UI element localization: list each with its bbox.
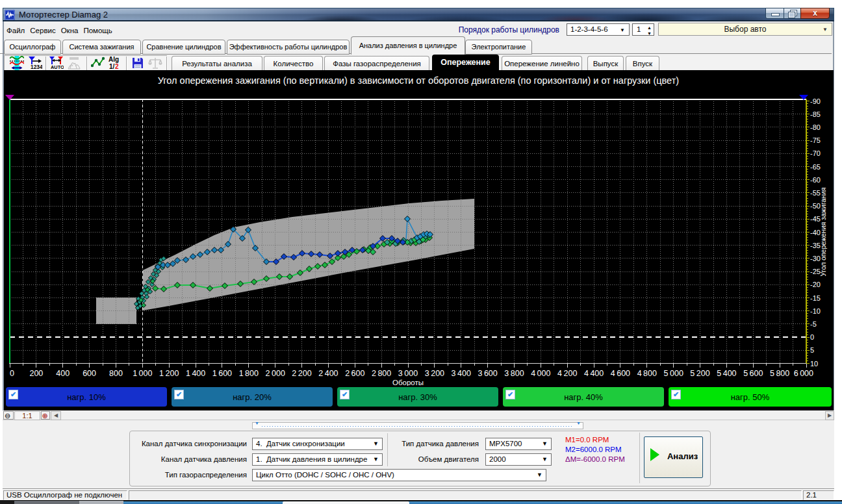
svg-text:-75: -75 (810, 136, 821, 144)
svg-text:-85: -85 (810, 110, 821, 118)
svg-text:-60: -60 (810, 176, 821, 184)
svg-text:Угол опережения зажигания: Угол опережения зажигания (819, 188, 827, 277)
svg-text:600: 600 (83, 369, 96, 378)
svg-text:3 400: 3 400 (452, 369, 471, 378)
svg-text:4 000: 4 000 (531, 369, 550, 378)
svg-text:3 600: 3 600 (478, 369, 497, 378)
svg-text:4 200: 4 200 (557, 369, 577, 378)
svg-text:5 400: 5 400 (717, 369, 736, 378)
svg-text:400: 400 (56, 369, 70, 378)
svg-text:2 200: 2 200 (292, 369, 311, 378)
svg-text:1 800: 1 800 (239, 369, 259, 378)
svg-text:-5: -5 (810, 320, 817, 328)
svg-text:Alg: Alg (108, 56, 119, 63)
svg-text:1/: 1/ (109, 63, 115, 70)
svg-text:-70: -70 (810, 149, 821, 157)
svg-text:800: 800 (109, 369, 123, 378)
svg-text:2: 2 (115, 63, 119, 70)
svg-text:3 200: 3 200 (425, 369, 444, 378)
svg-text:-10: -10 (810, 307, 821, 315)
svg-text:3 800: 3 800 (504, 369, 524, 378)
svg-text:3 000: 3 000 (398, 369, 418, 378)
svg-text:1 000: 1 000 (133, 369, 152, 378)
svg-text:-90: -90 (810, 97, 821, 105)
svg-text:2 000: 2 000 (266, 369, 285, 378)
svg-text:2 400: 2 400 (318, 369, 338, 378)
svg-text:10: 10 (810, 360, 818, 368)
svg-text:0: 0 (10, 369, 14, 378)
svg-text:2 800: 2 800 (372, 369, 391, 378)
svg-text:5 800: 5 800 (770, 369, 789, 378)
svg-text:-80: -80 (810, 123, 821, 131)
svg-text:-20: -20 (810, 281, 821, 288)
svg-text:4 400: 4 400 (584, 369, 604, 378)
svg-text:1 200: 1 200 (159, 369, 179, 378)
svg-text:4 800: 4 800 (637, 369, 657, 378)
svg-text:2 600: 2 600 (345, 369, 364, 378)
svg-text:1 600: 1 600 (212, 369, 232, 378)
svg-text:4 600: 4 600 (611, 369, 630, 378)
svg-text:1 400: 1 400 (186, 369, 205, 378)
svg-text:1234: 1234 (31, 64, 42, 70)
svg-text:AUTO: AUTO (51, 64, 64, 70)
svg-text:-15: -15 (810, 294, 821, 302)
svg-text:5 000: 5 000 (664, 369, 683, 378)
svg-text:6 000: 6 000 (794, 369, 813, 378)
svg-text:0: 0 (810, 333, 814, 341)
svg-text:200: 200 (29, 369, 43, 378)
svg-text:5: 5 (810, 346, 814, 354)
svg-text:5 600: 5 600 (743, 369, 763, 378)
svg-text:Угол опережения зажигания (по: Угол опережения зажигания (по вертикали)… (158, 75, 679, 86)
svg-text:5 200: 5 200 (690, 369, 709, 378)
svg-text:-65: -65 (810, 163, 821, 171)
